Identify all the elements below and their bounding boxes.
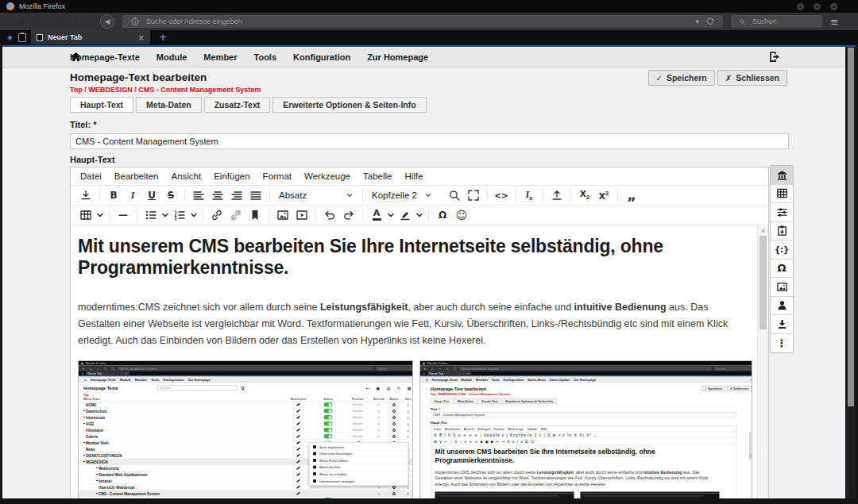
text-color-icon[interactable]: A [367,206,386,225]
reload-icon[interactable] [69,12,88,31]
editor-menu-item[interactable]: Bearbeiten [108,171,165,181]
close-button[interactable]: ✗ Schliessen [717,70,787,86]
style-select[interactable]: Kopfzeile 2 [365,186,439,205]
align-justify-icon[interactable] [246,186,265,205]
back-button[interactable]: ◀ [100,14,114,29]
editor-scrollbar[interactable]: ∧ [757,226,768,498]
search-icon[interactable] [445,186,464,205]
browser-tab[interactable]: Neuer Tab × [31,30,150,44]
blockquote-icon[interactable]: „ [622,186,641,205]
link-icon[interactable] [207,206,226,225]
tab[interactable]: Meta-Daten [136,97,202,113]
titel-input[interactable] [70,133,789,149]
chevron-down-icon[interactable] [189,206,199,225]
save-icon[interactable] [76,186,95,205]
redo-icon[interactable] [339,206,358,225]
site-info-icon[interactable] [129,15,141,28]
align-center-icon[interactable] [208,186,227,205]
italic-icon[interactable]: I [123,186,142,205]
save-button[interactable]: ✓ Speichern [648,70,715,86]
special-char-icon[interactable]: Ω [433,206,452,225]
tab-close-icon[interactable]: × [138,33,145,42]
sidebar-templates-button[interactable] [771,166,793,185]
editor-scrollbar-thumb[interactable] [759,236,767,329]
page-scrollbar[interactable] [846,47,856,498]
media-icon[interactable] [292,206,311,225]
close-icon[interactable]: × [50,12,69,31]
embedded-screenshot-editor[interactable]: Mozilla Firefox ★ ⌂ × ↻ Suche oder Adres… [419,360,752,498]
horizontal-rule-icon[interactable]: — [114,206,133,225]
sidebar-user-button[interactable] [771,297,793,316]
unlink-icon[interactable] [226,206,245,225]
editor-menu-item[interactable]: Tabelle [357,171,398,181]
editor-menu-item[interactable]: Werkzeuge [298,171,357,181]
chevron-down-icon[interactable] [95,206,105,225]
unordered-list-icon[interactable] [141,206,160,225]
chevron-down-icon[interactable] [415,206,424,225]
tab[interactable]: Zusatz-Text [204,97,271,113]
nav-item[interactable]: Member [203,52,237,62]
sidebar-image-button[interactable] [771,278,793,297]
editor-content[interactable]: Mit unserem CMS bearbeiten Sie Ihre Inte… [72,226,757,498]
sidebar-specialchar-button[interactable]: Ω [771,260,793,279]
minimize-button[interactable] [797,3,804,10]
editor-menu-item[interactable]: Ansicht [164,171,207,181]
search-box[interactable]: Suchen [731,15,822,28]
table-icon[interactable] [76,206,95,225]
page-scrollbar-thumb[interactable] [848,48,854,406]
nav-item[interactable]: Zur Homepage [367,52,428,62]
clear-formatting-icon[interactable]: Ix [520,186,539,205]
nav-item[interactable]: Module [157,52,187,62]
chevron-down-icon[interactable] [160,206,170,225]
align-left-icon[interactable] [189,186,208,205]
sidebar-code-button[interactable]: {:} [771,240,793,260]
source-code-icon[interactable]: <> [492,186,511,205]
sidebar-table-button[interactable] [771,185,793,204]
clipboard-icon[interactable] [18,33,26,42]
bookmark-star-icon[interactable]: ★ [6,33,14,42]
url-dropdown-icon[interactable]: ▾ [696,17,700,25]
editor-menu-item[interactable]: Hilfe [398,171,429,181]
sidebar-settings-button[interactable] [771,203,793,222]
editor-menu-item[interactable]: Format [257,171,298,181]
fullscreen-icon[interactable] [464,186,483,205]
sidebar-more-button[interactable]: ⋮ [771,334,793,353]
url-bar[interactable]: Suche oder Adresse eingeben ▾ [122,15,723,28]
tab[interactable]: Erweiterte Optionen & Seiten-Info [272,97,426,113]
new-tab-button[interactable]: + [155,32,171,43]
logout-icon[interactable] [767,50,782,64]
editor-menu-item[interactable]: Einfügen [207,171,256,181]
bold-icon[interactable]: B [104,186,123,205]
mini-context-menu-item: Menü-Punkt öffnen [310,457,408,464]
embedded-screenshot-list[interactable]: Mozilla Firefox ★ ⌂ × ↻ Suche oder Adres… [78,360,413,498]
sidebar-download-button[interactable] [771,315,793,334]
scroll-up-icon[interactable]: ∧ [758,226,768,234]
close-window-button[interactable] [830,3,837,10]
nav-item[interactable]: Tools [254,52,277,62]
format-select[interactable]: Absatz [272,186,360,205]
maximize-button[interactable] [814,3,821,10]
editor-menu-item[interactable]: Datei [74,171,108,181]
undo-icon[interactable] [320,206,339,225]
image-icon[interactable] [273,206,292,225]
url-reload-icon[interactable] [704,15,717,28]
ordered-list-icon[interactable] [170,206,189,225]
strikethrough-icon[interactable]: S [161,186,180,205]
emoticon-icon[interactable]: ☺ [452,206,471,225]
underline-icon[interactable]: U [142,186,161,205]
align-right-icon[interactable] [227,186,246,205]
home-icon[interactable] [70,51,83,63]
chevron-down-icon[interactable] [386,206,396,225]
subscript-icon[interactable]: X2 [575,186,594,205]
home-icon[interactable] [31,12,50,31]
bookmark-icon[interactable] [245,206,265,225]
tab[interactable]: Haupt-Text [70,97,133,113]
nav-item[interactable]: Konfiguration [293,52,350,62]
breadcrumb[interactable]: Top / WEBDESIGN / CMS - Content Manageme… [70,86,261,94]
sidebar-paste-button[interactable] [771,222,793,241]
menu-hamburger-icon[interactable]: ≡ [830,16,839,28]
highlight-icon[interactable] [396,206,415,225]
star-icon[interactable]: ★ [12,12,31,31]
upload-icon[interactable] [547,186,566,205]
superscript-icon[interactable]: X2 [594,186,613,205]
